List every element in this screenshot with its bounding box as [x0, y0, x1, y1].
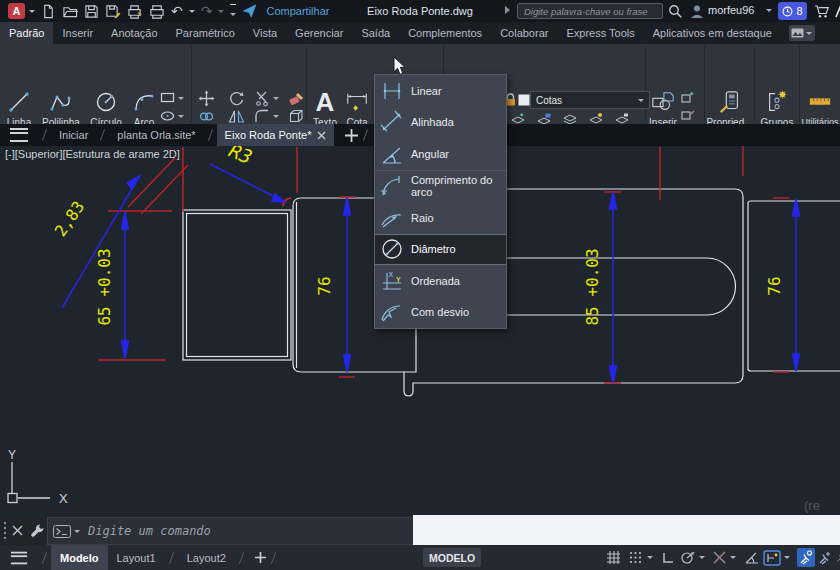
- ribbon-tab-anotacao[interactable]: Anotação: [102, 22, 166, 44]
- autocad-logo[interactable]: A: [8, 3, 25, 19]
- tool-move[interactable]: [198, 90, 215, 107]
- undo-caret-icon[interactable]: [189, 10, 195, 13]
- menu-item-linear[interactable]: Linear: [375, 75, 506, 107]
- annotation-scale-button[interactable]: [744, 548, 760, 567]
- menu-item-ordenada[interactable]: XY Ordenada: [375, 265, 506, 297]
- file-tab-menu-icon[interactable]: [10, 128, 28, 142]
- layer-select[interactable]: Cotas: [530, 91, 650, 109]
- shaft-left-section: [183, 210, 291, 360]
- ribbon-tab-parametrico[interactable]: Paramétrico: [167, 22, 244, 44]
- ribbon-tab-colaborar[interactable]: Colaborar: [491, 22, 557, 44]
- polar-tracking-button[interactable]: [680, 548, 696, 567]
- polar-caret-icon[interactable]: [699, 548, 705, 567]
- ribbon-tab-complementos[interactable]: Complementos: [399, 22, 491, 44]
- snap-mode-button[interactable]: [628, 548, 643, 567]
- tool-trim[interactable]: [254, 90, 279, 107]
- workspace-image-button[interactable]: [789, 25, 815, 41]
- close-tab-icon[interactable]: [317, 131, 326, 140]
- menu-item-diametro[interactable]: Diâmetro: [375, 234, 506, 266]
- recent-commands-caret-icon[interactable]: [74, 530, 80, 533]
- model-space-button[interactable]: MODELO: [423, 548, 481, 567]
- osnap-button[interactable]: [818, 548, 834, 567]
- print-icon[interactable]: [149, 4, 165, 19]
- qat-customize-icon[interactable]: [230, 4, 236, 18]
- ribbon-tab-express-tools[interactable]: Express Tools: [557, 22, 643, 44]
- file-tab-eixo-roda-ponte[interactable]: Eixo Roda Ponte*: [217, 124, 335, 146]
- app-menu-caret-icon[interactable]: [29, 10, 35, 13]
- trim-caret-icon: [273, 97, 279, 100]
- save-as-icon[interactable]: [105, 4, 121, 19]
- wrench-icon[interactable]: [30, 523, 45, 538]
- ribbon-tab-aplicativos[interactable]: Aplicativos em destaque: [644, 22, 781, 44]
- tool-copy[interactable]: [198, 108, 215, 125]
- user-menu-caret-icon[interactable]: [766, 9, 772, 12]
- tool-rotate[interactable]: [228, 90, 245, 107]
- share-plane-icon[interactable]: [242, 4, 257, 18]
- file-tab-iniciar[interactable]: Iniciar: [51, 124, 96, 146]
- layout-tab-modelo[interactable]: Modelo: [51, 545, 108, 570]
- grid-display-button[interactable]: [606, 548, 621, 567]
- ribbon-tab-padrao[interactable]: Padrão: [0, 22, 53, 44]
- command-input[interactable]: [86, 523, 414, 539]
- search-input[interactable]: [517, 3, 663, 19]
- dynamic-input-button[interactable]: [763, 548, 781, 567]
- tool-grupos[interactable]: Grupos: [757, 90, 797, 128]
- tool-mirror[interactable]: [228, 108, 245, 125]
- command-grip-icon[interactable]: [2, 521, 8, 539]
- status-overflow-icon[interactable]: [836, 548, 840, 567]
- ortho-mode-button[interactable]: [661, 548, 675, 567]
- mouse-cursor: [393, 56, 407, 76]
- menu-item-linear-label: Linear: [411, 85, 442, 97]
- search-expand-icon[interactable]: [505, 6, 510, 14]
- plot-icon[interactable]: [127, 4, 143, 19]
- tool-polilinha[interactable]: Polilinha: [38, 90, 84, 128]
- new-file-icon[interactable]: [41, 4, 56, 19]
- menu-item-alinhada[interactable]: Alinhada: [375, 107, 506, 139]
- redo-icon[interactable]: ↷: [201, 3, 213, 19]
- layout-tab-layout2[interactable]: Layout2: [178, 545, 235, 570]
- ribbon-tab-vista[interactable]: Vista: [244, 22, 286, 44]
- redo-caret-icon[interactable]: [218, 10, 224, 13]
- tool-rectangle[interactable]: [160, 91, 184, 105]
- new-layout-plus-icon[interactable]: [254, 551, 267, 564]
- ribbon-tab-saida[interactable]: Saída: [352, 22, 399, 44]
- tool-utilitarios[interactable]: Utilitários: [800, 90, 840, 127]
- tool-erase[interactable]: [288, 90, 305, 107]
- new-tab-plus-icon[interactable]: [344, 128, 359, 143]
- user-avatar-icon[interactable]: [690, 4, 704, 19]
- snap-caret-icon[interactable]: [647, 548, 653, 567]
- ribbon-tab-gerenciar[interactable]: Gerenciar: [286, 22, 352, 44]
- share-label[interactable]: Compartilhar: [266, 5, 329, 17]
- layer-color-swatch[interactable]: [518, 94, 530, 106]
- isodraft-button[interactable]: [712, 548, 727, 567]
- menu-item-angular[interactable]: Angular: [375, 138, 506, 170]
- tool-box3d[interactable]: [288, 108, 305, 125]
- save-icon[interactable]: [84, 4, 99, 19]
- menu-item-raio[interactable]: Raio: [375, 202, 506, 234]
- layout-menu-icon[interactable]: [11, 551, 27, 564]
- command-prompt-icon[interactable]: [53, 525, 71, 538]
- isodraft-caret-icon[interactable]: [730, 548, 736, 567]
- viewport-controls-label[interactable]: [-][Superior][Estrutura de arame 2D]: [5, 148, 180, 160]
- menu-item-com-desvio[interactable]: Com desvio: [375, 297, 506, 329]
- search-icon[interactable]: [668, 4, 683, 19]
- block-tool-1[interactable]: [680, 91, 696, 105]
- tool-fillet[interactable]: [254, 108, 279, 125]
- username[interactable]: morfeu96: [708, 4, 754, 16]
- undo-icon[interactable]: ↶: [171, 3, 183, 19]
- trial-clock-badge[interactable]: 8: [778, 2, 807, 20]
- block-tool-2[interactable]: [680, 108, 696, 122]
- ribbon-tab-inserir[interactable]: Inserir: [53, 22, 102, 44]
- open-folder-icon[interactable]: [62, 4, 78, 19]
- tool-cota[interactable]: Cota: [342, 90, 372, 128]
- tool-propriedades[interactable]: Propried...: [707, 90, 752, 128]
- cart-icon[interactable]: [814, 4, 830, 19]
- file-tab-planta-orla[interactable]: planta Orla.site*: [109, 124, 203, 146]
- menu-item-comprimento-arco[interactable]: Comprimento do arco: [375, 171, 506, 203]
- tool-linha[interactable]: Linha: [2, 90, 36, 128]
- tool-ellipse[interactable]: [160, 109, 184, 123]
- dynamic-input-caret-icon[interactable]: [784, 548, 790, 567]
- close-command-icon[interactable]: [12, 525, 23, 536]
- osnap-tracking-button[interactable]: [797, 548, 815, 567]
- layout-tab-layout1[interactable]: Layout1: [108, 545, 165, 570]
